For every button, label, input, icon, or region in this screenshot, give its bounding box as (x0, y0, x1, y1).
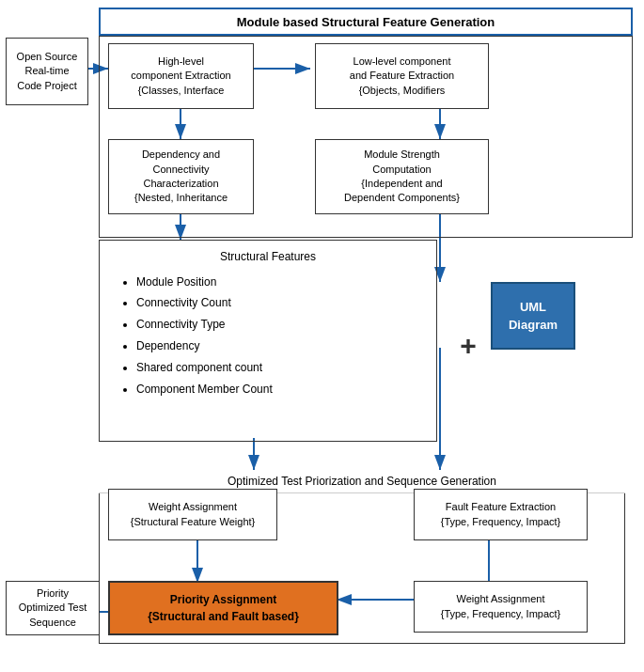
priority-title: Priority Assignment (170, 591, 277, 608)
low-level-box: Low-level componentand Feature Extractio… (315, 43, 489, 109)
sf-item-6: Component Member Count (136, 379, 428, 400)
uml-diagram-box: UMLDiagram (491, 282, 575, 350)
main-title-box: Module based Structural Feature Generati… (99, 8, 633, 36)
sf-item-5: Shared component count (136, 357, 428, 379)
source-code-text: Open SourceReal-timeCode Project (17, 50, 78, 93)
sf-item-3: Connectivity Type (136, 314, 428, 336)
priority-sub: {Structural and Fault based} (148, 608, 299, 625)
module-strength-text: Module StrengthComputation{Independent a… (344, 148, 460, 206)
output-text: PriorityOptimized TestSequence (19, 586, 87, 630)
diagram-container: Module based Structural Feature Generati… (0, 0, 644, 672)
output-box: PriorityOptimized TestSequence (6, 581, 100, 635)
dependency-text: Dependency andConnectivityCharacterizati… (134, 148, 228, 206)
high-level-box: High-levelcomponent Extraction{Classes, … (108, 43, 254, 109)
sf-item-4: Dependency (136, 336, 428, 357)
sf-item-2: Connectivity Count (136, 292, 428, 314)
module-strength-box: Module StrengthComputation{Independent a… (315, 139, 489, 214)
structural-features-title: Structural Features (108, 247, 428, 268)
uml-text: UMLDiagram (509, 298, 558, 335)
fault-feature-box: Fault Feature Extraction{Type, Frequency… (414, 489, 588, 540)
low-level-text: Low-level componentand Feature Extractio… (350, 55, 454, 98)
wa1-text: Weight Assignment{Structural Feature Wei… (131, 500, 255, 529)
high-level-text: High-levelcomponent Extraction{Classes, … (131, 55, 230, 98)
sf-item-1: Module Position (136, 272, 428, 293)
source-code-box: Open SourceReal-timeCode Project (6, 38, 88, 105)
plus-symbol: + (449, 327, 487, 365)
wa2-text: Weight Assignment{Type, Frequency, Impac… (441, 592, 561, 621)
priority-assignment-box: Priority Assignment {Structural and Faul… (108, 581, 338, 635)
main-title: Module based Structural Feature Generati… (237, 15, 495, 29)
weight-assignment-1-box: Weight Assignment{Structural Feature Wei… (108, 489, 277, 540)
ffe-text: Fault Feature Extraction{Type, Frequency… (441, 500, 561, 529)
dependency-box: Dependency andConnectivityCharacterizati… (108, 139, 254, 214)
structural-features-content: Structural Features Module Position Conn… (108, 247, 428, 433)
weight-assignment-2-box: Weight Assignment{Type, Frequency, Impac… (414, 581, 588, 633)
